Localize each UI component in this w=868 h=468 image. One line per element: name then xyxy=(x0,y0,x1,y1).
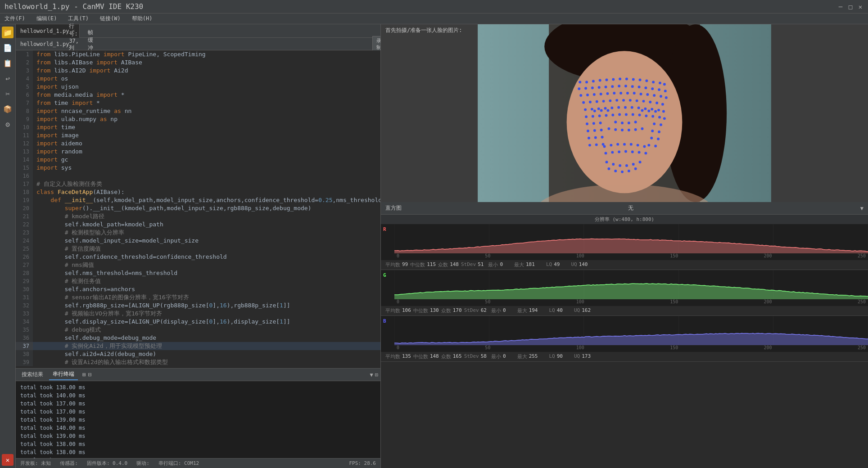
svg-point-116 xyxy=(606,161,608,163)
svg-point-108 xyxy=(638,151,641,153)
menu-file[interactable]: 文件(F) xyxy=(2,14,27,23)
svg-point-96 xyxy=(603,145,606,148)
svg-point-33 xyxy=(579,94,582,97)
svg-point-70 xyxy=(651,108,653,111)
code-line-26: 26 self.confidence_threshold=confidence_… xyxy=(16,253,380,261)
svg-point-52 xyxy=(615,99,618,102)
code-line-27: 27 # nms阈值 xyxy=(16,261,380,269)
svg-point-103 xyxy=(605,152,607,154)
code-line-22: 22 self.kmodel_path=kmodel_path xyxy=(16,220,380,229)
serial-terminal-tab[interactable]: 串行终端 xyxy=(49,369,78,380)
svg-point-124 xyxy=(621,171,624,173)
svg-point-126 xyxy=(634,167,637,170)
histogram-blue-chart: B 050100150200250 xyxy=(381,316,868,352)
histogram-expand-button[interactable]: ▼ xyxy=(860,205,863,212)
blue-channel-label: B xyxy=(383,318,386,324)
svg-point-21 xyxy=(591,86,594,89)
svg-point-111 xyxy=(600,109,603,112)
svg-point-72 xyxy=(662,110,665,113)
code-line-31: 31 # sensor输出AI的图像分辨率，宽16字节对齐 xyxy=(16,293,380,302)
svg-point-123 xyxy=(614,170,617,172)
sidebar-icon-stop[interactable]: ✕ xyxy=(2,454,14,466)
sidebar-icon-6[interactable]: 📦 xyxy=(2,103,14,115)
svg-point-63 xyxy=(604,107,607,110)
svg-point-4 xyxy=(567,51,683,193)
sidebar-icon-4[interactable]: ↩ xyxy=(2,72,14,84)
status-sensor: 传感器: xyxy=(60,460,78,467)
panel-collapse-button[interactable]: ▼ xyxy=(370,372,373,378)
svg-point-97 xyxy=(610,144,612,147)
code-line-8: 8 import nncase_runtime as nn xyxy=(16,107,380,115)
code-line-1: 1 from libs.PipeLine import PipeLine, Sc… xyxy=(16,50,380,58)
svg-point-47 xyxy=(582,101,585,104)
svg-point-77 xyxy=(611,113,614,116)
status-serial: 串行端口: COM12 xyxy=(158,460,199,467)
histogram-header: 直方图 无 ▼ xyxy=(381,202,868,215)
title-bar: helloworld_1.py - CanMV IDE K230 ─ □ ✕ xyxy=(0,0,868,14)
status-bar: 开发板: 未知 传感器: 固件版本: 0.4.0 驱动: 串行端口: COM12… xyxy=(16,458,380,468)
code-editor[interactable]: 1 from libs.PipeLine import PipeLine, Sc… xyxy=(16,50,380,368)
terminal-icon-2[interactable]: ⊟ xyxy=(88,371,92,378)
svg-point-128 xyxy=(592,122,595,125)
code-line-34: 34 self.display_size=[ALIGN_UP(display_s… xyxy=(16,318,380,326)
sidebar-icon-3[interactable]: 📋 xyxy=(2,57,14,69)
code-line-21: 21 # kmodel路径 xyxy=(16,212,380,220)
svg-point-119 xyxy=(625,164,628,167)
svg-point-115 xyxy=(654,110,657,113)
svg-point-101 xyxy=(637,144,639,147)
svg-point-31 xyxy=(658,88,660,91)
svg-point-104 xyxy=(611,151,614,153)
svg-point-79 xyxy=(625,113,628,116)
sidebar-icon-1[interactable]: 📁 xyxy=(2,27,14,38)
svg-point-44 xyxy=(653,94,656,97)
code-scroll-area[interactable]: 1 from libs.PipeLine import PipeLine, Sc… xyxy=(16,50,380,368)
svg-point-130 xyxy=(653,122,656,125)
menu-edit[interactable]: 编辑(E) xyxy=(34,14,59,23)
code-line-25: 25 # 置信度阈值 xyxy=(16,245,380,253)
svg-point-75 xyxy=(598,114,601,117)
code-line-29: 29 # 检测任务值 xyxy=(16,277,380,285)
svg-point-64 xyxy=(610,107,613,109)
svg-point-41 xyxy=(633,92,636,94)
right-panel: 首先拍摄/准备一张人脸的图片: xyxy=(380,24,868,468)
svg-point-74 xyxy=(592,115,594,117)
search-results-tab[interactable]: 搜索结果 xyxy=(18,369,47,380)
svg-point-46 xyxy=(665,96,668,99)
svg-point-45 xyxy=(660,95,662,98)
code-line-14: 14 import gc xyxy=(16,156,380,164)
sidebar-icon-5[interactable]: ✂ xyxy=(2,88,14,99)
minimize-button[interactable]: ─ xyxy=(837,4,844,10)
code-line-18: 18 class FaceDetApp(AIBase): xyxy=(16,188,380,196)
red-axis: 050100150200250 xyxy=(394,253,868,260)
app-title: helloworld_1.py - CanMV IDE K230 xyxy=(5,2,143,11)
svg-point-25 xyxy=(618,85,620,87)
panel-popout-button[interactable]: ⊡ xyxy=(375,372,378,378)
svg-point-136 xyxy=(658,130,660,133)
histogram-subtitle: 分辨率 (w:480, h:800) xyxy=(381,215,868,224)
svg-point-71 xyxy=(657,109,660,112)
svg-point-114 xyxy=(647,110,650,112)
svg-point-143 xyxy=(595,144,598,146)
histogram-red-channel: R 050100150200250 平均数99 中位数115 众数148 StD… xyxy=(381,224,868,270)
status-board: 开发板: 未知 xyxy=(20,460,51,467)
bottom-tabs: 搜索结果 串行终端 ⊞ ⊟ ▼ ⊡ xyxy=(16,369,380,381)
maximize-button[interactable]: □ xyxy=(847,4,854,10)
sidebar: 📁 📄 📋 ↩ ✂ 📦 ⚙ ✕ xyxy=(0,24,16,468)
svg-point-91 xyxy=(614,128,617,131)
code-line-38: 38 self.ai2d=Ai2d(debug_mode) xyxy=(16,350,380,358)
svg-point-118 xyxy=(619,164,621,167)
svg-point-121 xyxy=(639,161,642,163)
svg-point-36 xyxy=(600,93,602,95)
code-line-39: 39 # 设置Ai2d的输入输出格式和数据类型 xyxy=(16,358,380,366)
code-line-2: 2 from libs.AIBase import AIBase xyxy=(16,58,380,67)
close-button[interactable]: ✕ xyxy=(857,4,863,10)
terminal-icon-1[interactable]: ⊞ xyxy=(82,371,86,378)
histogram-blue-stats: 平均数135 中位数148 众数165 StDev58 最小0 最大255 LQ… xyxy=(381,352,868,361)
window-controls: ─ □ ✕ xyxy=(837,4,863,10)
svg-point-86 xyxy=(614,121,617,123)
histogram-red-stats: 平均数99 中位数115 众数148 StDev51 最小0 最大181 LQ4… xyxy=(381,260,868,270)
code-line-4: 4 import os xyxy=(16,75,380,83)
svg-point-43 xyxy=(646,93,649,96)
sidebar-icon-2[interactable]: 📄 xyxy=(2,42,14,54)
sidebar-icon-7[interactable]: ⚙ xyxy=(2,118,14,130)
